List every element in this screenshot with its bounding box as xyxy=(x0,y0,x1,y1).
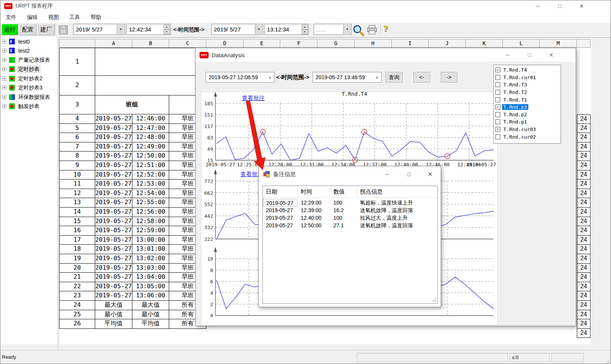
series-item-1[interactable]: T.Rnd.cur01 xyxy=(494,74,561,81)
cell-b26[interactable]: 平均值 xyxy=(132,319,170,329)
analysis-maximize-button[interactable]: □ xyxy=(523,50,536,60)
right-col-cell[interactable]: 24 xyxy=(577,208,591,217)
cell-banzu[interactable]: 班组 xyxy=(95,95,169,114)
menu-item-4[interactable]: 帮助 xyxy=(85,14,107,21)
menu-item-1[interactable]: 编辑 xyxy=(22,14,43,21)
right-col-cell[interactable]: 24 xyxy=(577,236,591,245)
column-header-D[interactable]: D xyxy=(206,39,243,48)
preset-combobox[interactable]: ...... ▼ xyxy=(314,24,352,35)
cell-b20[interactable]: 13:03:00 xyxy=(132,264,170,273)
cell-a4[interactable]: 2019-05-27 xyxy=(95,114,132,124)
remark-cell[interactable]: 2019-05-27 xyxy=(263,206,298,214)
cell-r2[interactable] xyxy=(95,76,206,95)
close-button[interactable]: ✕ xyxy=(575,1,588,11)
cell-b15[interactable]: 12:58:00 xyxy=(132,217,170,227)
row-header-16[interactable]: 16 xyxy=(59,226,95,236)
cell-b6[interactable]: 12:48:00 xyxy=(132,133,170,142)
cell-a10[interactable]: 2019-05-27 xyxy=(95,170,132,180)
remark-cell[interactable]: 2019-05-27 xyxy=(263,222,298,229)
column-header-M[interactable]: M xyxy=(540,39,577,48)
prev-button[interactable]: <- xyxy=(413,72,430,83)
row-header-25[interactable]: 25 xyxy=(59,310,95,320)
series-item-0[interactable]: ✓T.Rnd.T4 xyxy=(494,66,561,74)
row-header-22[interactable]: 22 xyxy=(59,282,95,292)
row-header-21[interactable]: 21 xyxy=(59,273,95,282)
checkbox-unchecked-icon[interactable] xyxy=(495,82,500,87)
right-col-cell[interactable]: 24 xyxy=(577,198,591,208)
cell-b17[interactable]: 13:00:00 xyxy=(132,236,170,245)
right-col-cell[interactable]: 24 xyxy=(577,319,591,329)
cell-a6[interactable]: 2019-05-27 xyxy=(95,133,132,142)
remark-col-header-0[interactable]: 日期 xyxy=(263,186,298,197)
cell-a23[interactable]: 2019-05-27 xyxy=(95,291,132,301)
window-resize-grip[interactable] xyxy=(605,359,610,364)
column-header-C[interactable]: C xyxy=(169,39,206,48)
series-item-5[interactable]: ✓T.Rnd.p3 xyxy=(494,103,561,111)
row-header-23[interactable]: 23 xyxy=(59,291,95,301)
remark-cell[interactable]: 12:39:00 xyxy=(298,206,330,214)
next-button[interactable]: -> xyxy=(441,72,457,83)
remark-minimize-button[interactable]: ─ xyxy=(381,169,393,179)
minimize-button[interactable]: ─ xyxy=(531,1,544,11)
start-time-spinner[interactable]: 12:42:34 ▲▼ xyxy=(126,24,171,35)
row-header-6[interactable]: 6 xyxy=(59,133,95,142)
menu-item-0[interactable]: 文件 xyxy=(0,14,22,21)
cell-a17[interactable]: 2019-05-27 xyxy=(95,236,132,245)
cell-a20[interactable]: 2019-05-27 xyxy=(95,264,132,273)
menu-item-2[interactable]: 视图 xyxy=(43,14,64,21)
right-col-cell[interactable]: 24 xyxy=(577,152,591,161)
row-header-18[interactable]: 18 xyxy=(59,245,95,254)
row-header-13[interactable]: 13 xyxy=(59,198,95,208)
series-item-6[interactable]: T.Rnd.p2 xyxy=(494,111,561,119)
cell-b4[interactable]: 12:46:00 xyxy=(132,114,170,124)
cell-a14[interactable]: 2019-05-27 xyxy=(95,208,132,217)
build-button[interactable]: 建厂 xyxy=(37,24,55,35)
cell-a15[interactable]: 2019-05-27 xyxy=(95,217,132,227)
cell-b19[interactable]: 13:02:00 xyxy=(132,254,170,264)
remark-close-button[interactable]: ✕ xyxy=(424,169,436,179)
column-header-I[interactable]: I xyxy=(392,39,429,48)
remark-cell[interactable]: 12:40:00 xyxy=(298,214,330,222)
right-col-cell[interactable]: 24 xyxy=(577,170,591,180)
cell-a26[interactable]: 平均值 xyxy=(95,319,132,329)
right-col-cell[interactable]: 24 xyxy=(577,264,591,273)
checkbox-unchecked-icon[interactable] xyxy=(495,119,500,124)
checkbox-unchecked-icon[interactable] xyxy=(495,112,500,117)
right-col-cell[interactable]: 24 xyxy=(577,124,591,133)
remark-cell[interactable]: 16.2 xyxy=(330,206,357,214)
preset-dropdown-icon[interactable]: ▼ xyxy=(343,25,351,34)
series-item-3[interactable]: T.Rnd.T2 xyxy=(494,89,561,96)
row-header-7[interactable]: 7 xyxy=(59,142,95,152)
cell-b22[interactable]: 13:05:00 xyxy=(132,282,170,292)
row-header-10[interactable]: 10 xyxy=(59,170,95,180)
sidebar-item-2[interactable]: +产量记录报表 xyxy=(0,56,57,64)
right-col-cell[interactable]: 24 xyxy=(577,329,591,338)
right-col-cell[interactable]: 24 xyxy=(577,254,591,264)
cell-a24[interactable]: 最大值 xyxy=(95,301,132,310)
row-header-8[interactable]: 8 xyxy=(59,152,95,161)
column-header-G[interactable]: G xyxy=(317,39,355,48)
series-item-8[interactable]: ✓T.Rnd.cur03 xyxy=(494,126,561,133)
config-button[interactable]: 配置 xyxy=(19,24,36,35)
expand-icon[interactable]: + xyxy=(2,48,6,53)
right-col-cell[interactable]: 24 xyxy=(577,282,591,292)
checkbox-checked-icon[interactable]: ✓ xyxy=(495,127,500,132)
remark-cell[interactable]: 12:29:00 xyxy=(298,199,330,206)
cell-b11[interactable]: 12:53:00 xyxy=(132,180,170,189)
cell-b25[interactable]: 最小值 xyxy=(132,310,170,320)
cell-a16[interactable]: 2019-05-27 xyxy=(95,226,132,236)
expand-icon[interactable]: + xyxy=(2,104,6,108)
column-header-H[interactable]: H xyxy=(355,39,392,48)
column-header-A[interactable]: A xyxy=(95,39,132,48)
column-header-B[interactable]: B xyxy=(132,39,170,48)
cell-a21[interactable]: 2019-05-27 xyxy=(95,273,132,282)
cell-b21[interactable]: 13:04:00 xyxy=(132,273,170,282)
checkbox-checked-icon[interactable]: ✓ xyxy=(495,105,500,109)
remark-maximize-button[interactable]: □ xyxy=(403,169,415,179)
remark-cell[interactable]: 100 xyxy=(330,199,357,206)
view-note-link-1[interactable]: 查看批注 xyxy=(242,95,265,102)
row-header-14[interactable]: 14 xyxy=(59,208,95,217)
cell-b8[interactable]: 12:50:00 xyxy=(132,152,170,161)
help-icon[interactable]: ? xyxy=(383,24,388,33)
sidebar-item-3[interactable]: +定时抄表 xyxy=(0,65,57,73)
